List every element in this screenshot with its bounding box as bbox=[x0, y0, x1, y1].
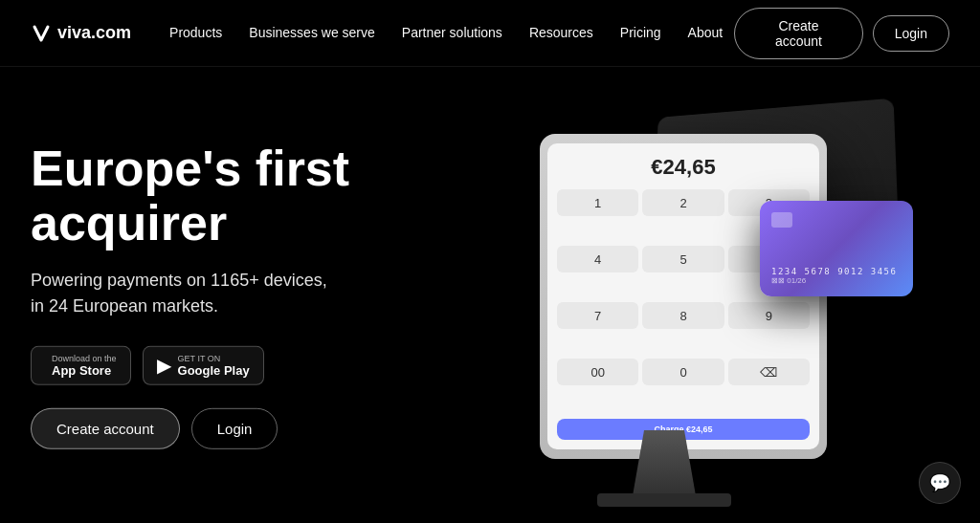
pos-amount: €24,65 bbox=[651, 155, 715, 180]
pos-key-5[interactable]: 5 bbox=[642, 246, 724, 272]
nav-links: Products Businesses we serve Partner sol… bbox=[158, 16, 734, 49]
app-store-badge[interactable]: Download on the App Store bbox=[31, 346, 131, 385]
card-number: 1234 5678 9012 3456 bbox=[771, 267, 902, 276]
card-details: 1234 5678 9012 3456 ⊠⊠ 01/26 bbox=[771, 267, 902, 285]
hero-login-button[interactable]: Login bbox=[191, 408, 278, 449]
hero-subtitle: Powering payments on 1165+ devices,in 24… bbox=[31, 268, 471, 319]
nav-item-about[interactable]: About bbox=[677, 16, 735, 49]
chat-bubble-button[interactable]: 💬 bbox=[919, 462, 961, 504]
nav-item-products[interactable]: Products bbox=[158, 16, 234, 49]
chat-icon: 💬 bbox=[929, 472, 950, 493]
google-play-text: GET IT ON Google Play bbox=[178, 354, 250, 378]
app-store-text: Download on the App Store bbox=[52, 354, 117, 378]
nav-item-resources[interactable]: Resources bbox=[518, 16, 605, 49]
nav-create-account-button[interactable]: Create account bbox=[734, 8, 863, 59]
pos-key-8[interactable]: 8 bbox=[642, 302, 724, 329]
pos-key-backspace[interactable]: ⌫ bbox=[728, 359, 810, 385]
hero-visual: €24,65 1 2 3 4 5 6 7 8 9 00 0 ⌫ bbox=[406, 67, 980, 523]
logo-text: viva.com bbox=[57, 23, 131, 43]
hero-buttons: Create account Login bbox=[31, 408, 471, 449]
credit-card: 1234 5678 9012 3456 ⊠⊠ 01/26 bbox=[760, 201, 913, 296]
pos-key-4[interactable]: 4 bbox=[557, 246, 638, 272]
card-chip bbox=[771, 212, 792, 228]
nav-login-button[interactable]: Login bbox=[873, 15, 949, 52]
pos-key-0[interactable]: 0 bbox=[642, 359, 724, 385]
nav-item-pricing[interactable]: Pricing bbox=[609, 16, 673, 49]
play-icon: ▶ bbox=[157, 354, 171, 377]
nav-item-businesses[interactable]: Businesses we serve bbox=[237, 16, 387, 49]
tablet-main: €24,65 1 2 3 4 5 6 7 8 9 00 0 ⌫ bbox=[540, 134, 827, 459]
card-expiry: ⊠⊠ 01/26 bbox=[771, 276, 902, 285]
pos-key-7[interactable]: 7 bbox=[557, 302, 638, 329]
nav-item-partner[interactable]: Partner solutions bbox=[390, 16, 514, 49]
hero-title: Europe's first acquirer bbox=[31, 141, 471, 250]
pos-key-00[interactable]: 00 bbox=[557, 359, 638, 385]
pos-container: €24,65 1 2 3 4 5 6 7 8 9 00 0 ⌫ bbox=[521, 86, 923, 507]
google-play-badge[interactable]: ▶ GET IT ON Google Play bbox=[143, 346, 264, 385]
tablet-base bbox=[597, 493, 731, 507]
hero-section: Europe's first acquirer Powering payment… bbox=[0, 67, 980, 523]
pos-key-9[interactable]: 9 bbox=[728, 302, 810, 329]
hero-create-account-button[interactable]: Create account bbox=[31, 408, 180, 449]
pos-key-2[interactable]: 2 bbox=[642, 189, 724, 216]
app-badges: Download on the App Store ▶ GET IT ON Go… bbox=[31, 346, 471, 385]
navbar: viva.com Products Businesses we serve Pa… bbox=[0, 0, 980, 67]
hero-content: Europe's first acquirer Powering payment… bbox=[31, 141, 471, 448]
nav-actions: Create account Login bbox=[734, 8, 949, 59]
logo[interactable]: viva.com bbox=[31, 23, 131, 44]
pos-key-1[interactable]: 1 bbox=[557, 189, 638, 216]
tablet-screen: €24,65 1 2 3 4 5 6 7 8 9 00 0 ⌫ bbox=[547, 143, 819, 449]
